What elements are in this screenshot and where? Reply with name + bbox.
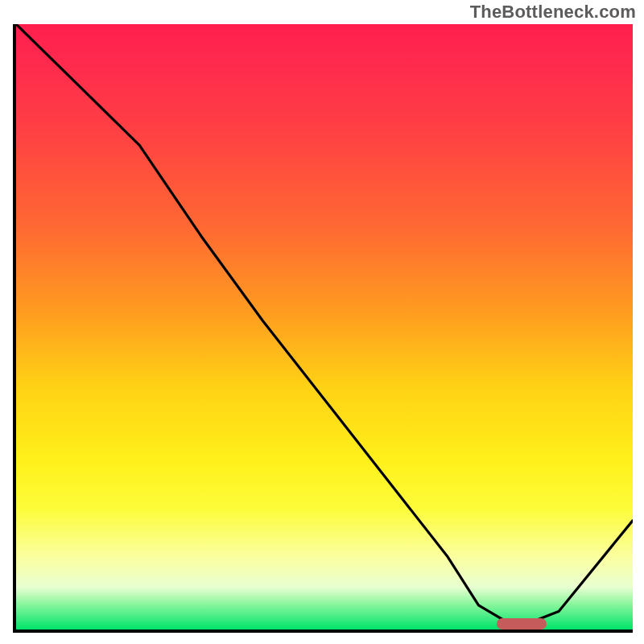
curve-layer [16, 24, 633, 630]
plot-area [13, 24, 633, 633]
watermark-text: TheBottleneck.com [470, 2, 636, 23]
chart-container: TheBottleneck.com [0, 0, 644, 644]
bottleneck-curve [16, 24, 633, 624]
optimal-range-marker [497, 618, 546, 630]
